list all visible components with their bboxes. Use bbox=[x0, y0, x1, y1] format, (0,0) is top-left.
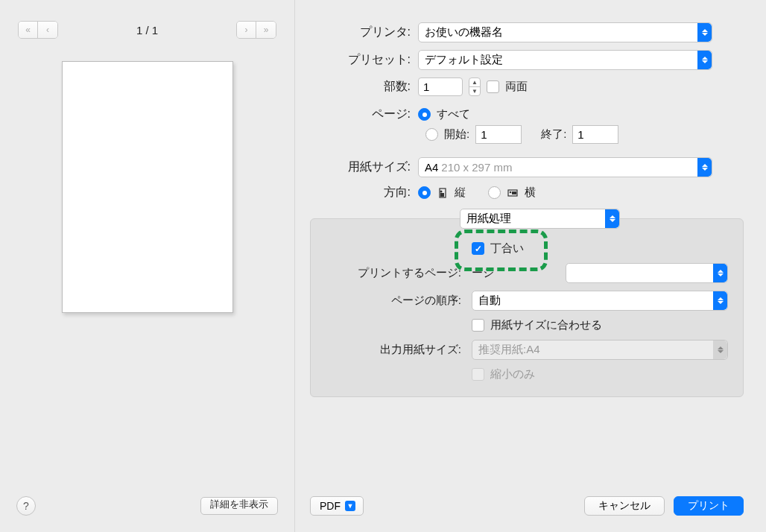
pdf-menu-button[interactable]: PDF ▼ bbox=[310, 496, 364, 516]
svg-point-4 bbox=[510, 191, 512, 193]
next-page-button[interactable]: › bbox=[237, 22, 256, 38]
paper-size-label: 用紙サイズ: bbox=[310, 159, 418, 175]
chevron-down-icon: ▼ bbox=[345, 501, 355, 511]
portrait-radio[interactable] bbox=[418, 186, 431, 199]
landscape-radio[interactable] bbox=[488, 186, 501, 199]
left-footer: ? 詳細を非表示 bbox=[16, 496, 278, 516]
fit-to-paper-checkbox[interactable] bbox=[472, 319, 484, 332]
pages-all-radio[interactable] bbox=[418, 108, 431, 121]
first-page-button[interactable]: « bbox=[19, 22, 38, 38]
page-from-field[interactable] bbox=[475, 125, 522, 144]
pages-all-label: すべて bbox=[437, 107, 470, 121]
updown-icon bbox=[697, 51, 712, 69]
print-dialog: « ‹ 1 / 1 › » ? 詳細を非表示 プリンタ: お使いの機器名 bbox=[0, 0, 766, 532]
paper-size-popup[interactable]: A4 210 x 297 mm bbox=[418, 157, 712, 177]
shrink-only-label: 縮小のみ bbox=[490, 367, 535, 381]
dest-paper-label: 出力用紙サイズ: bbox=[326, 343, 472, 357]
prev-page-button[interactable]: ‹ bbox=[38, 22, 57, 38]
updown-icon bbox=[697, 158, 712, 177]
pages-to-label: 終了: bbox=[541, 127, 566, 142]
settings-pane: プリンタ: お使いの機器名 プリセット: デフォルト設定 部数: ▲ ▼ bbox=[294, 0, 766, 532]
stepper-up-icon[interactable]: ▲ bbox=[469, 78, 480, 87]
preview-area bbox=[18, 61, 276, 517]
preset-popup[interactable]: デフォルト設定 bbox=[418, 50, 712, 70]
stepper-down-icon[interactable]: ▼ bbox=[469, 87, 480, 95]
section-popup[interactable]: 用紙処理 bbox=[460, 209, 620, 229]
preset-value: デフォルト設定 bbox=[425, 53, 503, 67]
preview-page bbox=[62, 61, 233, 313]
duplex-label: 両面 bbox=[505, 80, 528, 94]
updown-icon bbox=[605, 209, 619, 228]
paper-size-dims: 210 x 297 mm bbox=[441, 161, 512, 174]
landscape-icon bbox=[507, 187, 519, 199]
pages-from-label: 開始: bbox=[444, 127, 469, 142]
dest-paper-popup: 推奨用紙:A4 bbox=[472, 340, 728, 360]
last-page-button[interactable]: » bbox=[256, 22, 276, 38]
pages-range-radio[interactable] bbox=[425, 128, 438, 141]
orientation-label: 方向: bbox=[310, 185, 418, 200]
pages-to-print-label: プリントするページ: bbox=[326, 266, 472, 280]
paper-handling-panel: 用紙処理 丁合い プリントするページ: ージ bbox=[310, 218, 744, 397]
svg-rect-2 bbox=[440, 193, 444, 197]
preview-pane: « ‹ 1 / 1 › » ? 詳細を非表示 bbox=[0, 0, 294, 532]
page-order-popup[interactable]: 自動 bbox=[472, 291, 728, 311]
paper-size-value: A4 bbox=[425, 161, 438, 174]
help-button[interactable]: ? bbox=[16, 496, 36, 516]
preview-nav: « ‹ 1 / 1 › » bbox=[18, 21, 276, 39]
page-to-field[interactable] bbox=[572, 125, 618, 144]
printer-value: お使いの機器名 bbox=[425, 25, 503, 39]
copies-stepper[interactable]: ▲ ▼ bbox=[469, 77, 481, 96]
updown-icon bbox=[713, 291, 727, 310]
shrink-only-checkbox bbox=[472, 368, 484, 381]
landscape-label: 横 bbox=[525, 186, 536, 200]
portrait-label: 縦 bbox=[455, 186, 466, 200]
svg-point-1 bbox=[440, 190, 443, 192]
dest-paper-value: 推奨用紙:A4 bbox=[478, 343, 540, 357]
svg-rect-5 bbox=[512, 191, 516, 194]
updown-icon bbox=[697, 23, 712, 42]
pages-label: ページ: bbox=[310, 107, 418, 122]
pages-to-print-suffix: ージ bbox=[472, 266, 494, 280]
collate-checkbox[interactable] bbox=[472, 242, 484, 255]
nav-first-prev-group: « ‹ bbox=[18, 21, 58, 39]
cancel-button[interactable]: キャンセル bbox=[584, 496, 665, 516]
pdf-label: PDF bbox=[320, 500, 341, 512]
page-order-label: ページの順序: bbox=[326, 294, 472, 308]
preset-label: プリセット: bbox=[310, 52, 418, 68]
hide-details-button[interactable]: 詳細を非表示 bbox=[200, 497, 278, 515]
dialog-footer: PDF ▼ キャンセル プリント bbox=[310, 496, 744, 516]
collate-label: 丁合い bbox=[490, 241, 524, 256]
copies-label: 部数: bbox=[310, 79, 418, 95]
copies-field[interactable] bbox=[418, 77, 463, 96]
portrait-icon bbox=[437, 187, 449, 199]
printer-popup[interactable]: お使いの機器名 bbox=[418, 22, 712, 42]
section-value: 用紙処理 bbox=[466, 212, 511, 226]
updown-icon bbox=[713, 264, 727, 282]
updown-icon bbox=[713, 341, 727, 359]
nav-next-last-group: › » bbox=[236, 21, 276, 39]
pages-to-print-popup[interactable] bbox=[566, 263, 728, 283]
printer-label: プリンタ: bbox=[310, 25, 418, 40]
print-button[interactable]: プリント bbox=[674, 496, 744, 516]
fit-to-paper-label: 用紙サイズに合わせる bbox=[490, 318, 602, 332]
page-order-value: 自動 bbox=[478, 294, 501, 308]
page-indicator: 1 / 1 bbox=[136, 24, 158, 37]
duplex-checkbox[interactable] bbox=[487, 80, 499, 93]
